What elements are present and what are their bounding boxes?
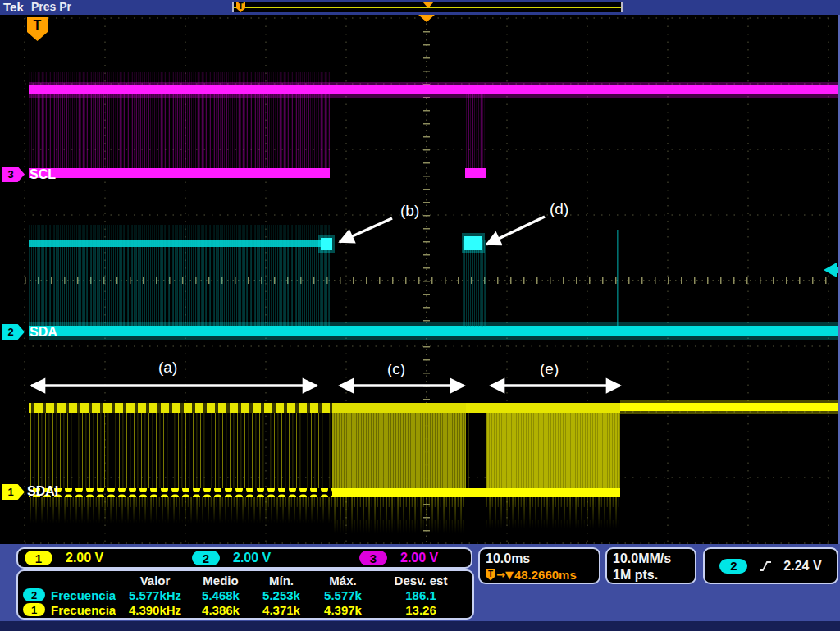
waveform-ch2-sda bbox=[29, 225, 838, 340]
ch2-min: 5.253k bbox=[251, 588, 312, 602]
waveform-ch3-scl bbox=[29, 72, 838, 178]
trigger-level: 2.24 V bbox=[783, 559, 821, 574]
trigger-source-badge: 2 bbox=[719, 559, 747, 574]
ch2-medio: 5.468k bbox=[190, 588, 251, 602]
ch1-scale: 2.00 V bbox=[66, 551, 103, 565]
ch1-meas-name: Frecuencia bbox=[51, 603, 116, 617]
ch1-max: 4.397k bbox=[312, 603, 374, 617]
trigger-t-icon: T bbox=[236, 2, 245, 12]
ch3-badge: 3 bbox=[359, 551, 387, 565]
ch2-desv: 186.1 bbox=[374, 588, 468, 602]
measurement-header-row: Valor Medio Mín. Máx. Desv. est bbox=[23, 573, 468, 588]
waveform-display: T 3 2 1 SCL SDA SDAI (a) (b) (c) (d) (e) bbox=[0, 15, 840, 544]
menu-bar: Tek Pres Pr T bbox=[0, 0, 840, 16]
trigger-position-icon[interactable] bbox=[418, 15, 435, 22]
col-desv: Desv. est bbox=[374, 574, 468, 588]
ch1-min: 4.371k bbox=[251, 603, 312, 617]
ch2-scale: 2.00 V bbox=[233, 551, 271, 565]
ch2-badge: 2 bbox=[192, 551, 220, 565]
acquisition-status: Pres Pr bbox=[31, 0, 71, 14]
ch1-desv: 13.26 bbox=[374, 603, 468, 617]
oscilloscope-screenshot: { "menubar": { "logo": "Tek", "status": … bbox=[0, 0, 840, 631]
trigger-delay: 48.2660ms bbox=[514, 567, 577, 583]
trigger-readout[interactable]: 2 2.24 V bbox=[703, 547, 838, 584]
channel-3-label: SCL bbox=[30, 167, 56, 182]
ch1-valor: 4.390kHz bbox=[120, 603, 190, 617]
sample-rate: 10.0MM/s bbox=[613, 551, 689, 567]
measurement-row-ch2[interactable]: 2 Frecuencia 5.577kHz 5.468k 5.253k 5.57… bbox=[23, 588, 468, 602]
ch2-meas-badge: 2 bbox=[23, 588, 45, 601]
annotation-b: (b) bbox=[400, 202, 419, 220]
status-panel: 1 2.00 V 2 2.00 V 3 2.00 V Valor Medio M… bbox=[0, 544, 840, 621]
ch1-meas-badge: 1 bbox=[23, 603, 45, 616]
delay-arrow-icon: →▼ bbox=[496, 567, 514, 583]
ch1-medio: 4.386k bbox=[190, 603, 251, 617]
col-max: Máx. bbox=[312, 574, 374, 588]
ch2-max: 5.577k bbox=[312, 588, 374, 602]
annotation-e: (e) bbox=[540, 360, 559, 378]
vertical-scale-readout[interactable]: 1 2.00 V 2 2.00 V 3 2.00 V bbox=[16, 547, 472, 569]
expansion-point-icon bbox=[422, 2, 434, 8]
ch1-badge: 1 bbox=[25, 551, 52, 565]
measurement-row-ch1[interactable]: 1 Frecuencia 4.390kHz 4.386k 4.371k 4.39… bbox=[23, 602, 468, 617]
record-length: 1M pts. bbox=[613, 567, 689, 583]
timebase: 10.0ms bbox=[486, 551, 593, 567]
bottom-strip bbox=[0, 621, 840, 631]
ch2-valor: 5.577kHz bbox=[120, 588, 190, 602]
col-medio: Medio bbox=[190, 574, 251, 588]
waveform-ch1-sdai bbox=[29, 400, 838, 533]
col-valor: Valor bbox=[120, 574, 190, 588]
record-view-bar[interactable]: T bbox=[232, 2, 623, 12]
acquisition-readout[interactable]: 10.0MM/s 1M pts. bbox=[605, 547, 696, 584]
channel-1-label: SDAI bbox=[27, 484, 58, 499]
annotation-d: (d) bbox=[550, 200, 568, 218]
col-min: Mín. bbox=[251, 574, 312, 588]
rising-edge-icon bbox=[759, 560, 772, 573]
ch3-scale: 2.00 V bbox=[400, 551, 438, 565]
annotation-a: (a) bbox=[158, 359, 177, 377]
measurement-table[interactable]: Valor Medio Mín. Máx. Desv. est 2 Frecue… bbox=[16, 569, 474, 620]
channel-2-label: SDA bbox=[30, 325, 57, 340]
waveform-graphics bbox=[0, 15, 840, 544]
annotation-c: (c) bbox=[387, 360, 405, 378]
ch2-meas-name: Frecuencia bbox=[51, 588, 116, 602]
tek-logo: Tek bbox=[3, 0, 24, 14]
horizontal-readout[interactable]: 10.0ms T →▼ 48.2660ms bbox=[478, 547, 600, 584]
trigger-t-icon-small: T bbox=[486, 569, 495, 581]
